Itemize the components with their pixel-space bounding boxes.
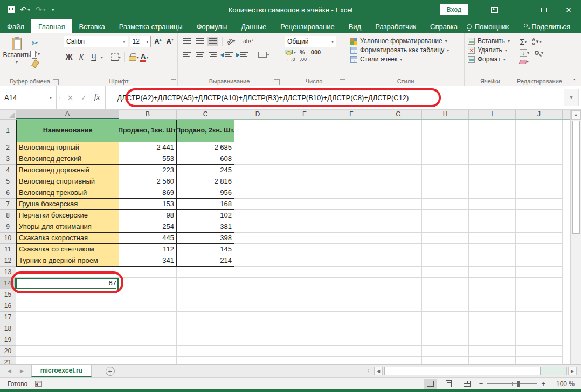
- cell-J3[interactable]: [516, 153, 563, 165]
- cell-I3[interactable]: [469, 153, 516, 165]
- cell-J15[interactable]: [516, 289, 563, 300]
- cell-B13[interactable]: [119, 267, 177, 278]
- maximize-button[interactable]: [531, 0, 556, 19]
- column-header-E[interactable]: E: [281, 110, 328, 119]
- font-color-button[interactable]: А▾: [140, 53, 148, 62]
- row-header-7[interactable]: 7: [0, 199, 16, 210]
- paste-button[interactable]: Вставить ▾: [3, 36, 30, 77]
- cell-E15[interactable]: [281, 289, 328, 300]
- cell-C11[interactable]: 145: [177, 244, 234, 255]
- horizontal-scrollbar[interactable]: [384, 367, 567, 375]
- cell-H18[interactable]: [422, 323, 469, 334]
- decrease-decimal-button[interactable]: ,00→: [299, 57, 314, 62]
- row-header-19[interactable]: 19: [0, 334, 16, 346]
- cell-E9[interactable]: [281, 221, 328, 233]
- cell-J10[interactable]: [516, 233, 563, 244]
- row-header-16[interactable]: 16: [0, 300, 16, 312]
- cell-F2[interactable]: [328, 142, 375, 153]
- cell-A2[interactable]: Велосипед горный: [16, 142, 119, 153]
- insert-function-button[interactable]: fx: [94, 93, 100, 102]
- cell-G14[interactable]: [375, 278, 422, 289]
- font-dialog-launcher[interactable]: [171, 79, 176, 85]
- cell-E20[interactable]: [281, 346, 328, 357]
- cell-B6[interactable]: 869: [119, 187, 177, 199]
- row-header-10[interactable]: 10: [0, 233, 16, 244]
- cell-I19[interactable]: [469, 334, 516, 346]
- cell-A17[interactable]: [16, 312, 119, 323]
- cell-F15[interactable]: [328, 289, 375, 300]
- cell-D11[interactable]: [234, 244, 281, 255]
- cell-F7[interactable]: [328, 199, 375, 210]
- cell-I15[interactable]: [469, 289, 516, 300]
- ribbon-tab-разработчик[interactable]: Разработчик: [368, 19, 423, 33]
- cell-A8[interactable]: Перчатки боксерские: [16, 210, 119, 221]
- delete-cells-button[interactable]: Удалить▾: [468, 46, 514, 54]
- cell-F1[interactable]: [328, 120, 375, 142]
- cell-E12[interactable]: [281, 255, 328, 267]
- cell-E21[interactable]: [281, 357, 328, 364]
- align-center-button[interactable]: [194, 49, 205, 60]
- cell-J6[interactable]: [516, 187, 563, 199]
- autosum-button[interactable]: Σ▾: [520, 37, 527, 46]
- comma-style-button[interactable]: 000: [309, 49, 323, 55]
- column-header-I[interactable]: I: [469, 110, 516, 119]
- cell-J19[interactable]: [516, 334, 563, 346]
- cancel-entry-icon[interactable]: ✕: [67, 94, 73, 102]
- cell-D19[interactable]: [234, 334, 281, 346]
- cell-D17[interactable]: [234, 312, 281, 323]
- cell-I5[interactable]: [469, 176, 516, 187]
- cell-J14[interactable]: [516, 278, 563, 289]
- cut-button[interactable]: [30, 39, 40, 47]
- cell-H8[interactable]: [422, 210, 469, 221]
- row-header-3[interactable]: 3: [0, 153, 16, 165]
- cell-H21[interactable]: [422, 357, 469, 364]
- cell-G11[interactable]: [375, 244, 422, 255]
- cell-G2[interactable]: [375, 142, 422, 153]
- cell-C7[interactable]: 168: [177, 199, 234, 210]
- cell-H15[interactable]: [422, 289, 469, 300]
- cell-A7[interactable]: Груша боксерская: [16, 199, 119, 210]
- cell-C21[interactable]: [177, 357, 234, 364]
- cell-I8[interactable]: [469, 210, 516, 221]
- scroll-up-icon[interactable]: ▲: [571, 110, 581, 120]
- cell-G3[interactable]: [375, 153, 422, 165]
- cell-C17[interactable]: [177, 312, 234, 323]
- cell-A10[interactable]: Скакалка скоростная: [16, 233, 119, 244]
- cell-H12[interactable]: [422, 255, 469, 267]
- cell-A11[interactable]: Скакалка со счетчиком: [16, 244, 119, 255]
- name-box[interactable]: A14▾: [0, 86, 57, 109]
- bold-button[interactable]: Ж: [64, 51, 74, 63]
- cell-B2[interactable]: 2 441: [119, 142, 177, 153]
- cell-C18[interactable]: [177, 323, 234, 334]
- cell-E10[interactable]: [281, 233, 328, 244]
- cell-E5[interactable]: [281, 176, 328, 187]
- zoom-level[interactable]: 100 %: [551, 380, 575, 388]
- cell-B10[interactable]: 445: [119, 233, 177, 244]
- cell-J8[interactable]: [516, 210, 563, 221]
- column-header-C[interactable]: C: [177, 110, 234, 119]
- cell-D4[interactable]: [234, 165, 281, 176]
- sign-in-button[interactable]: Вход: [440, 4, 468, 15]
- previous-sheet-icon[interactable]: ◀: [8, 368, 11, 374]
- cell-G18[interactable]: [375, 323, 422, 334]
- column-header-H[interactable]: H: [422, 110, 469, 119]
- cell-C20[interactable]: [177, 346, 234, 357]
- close-button[interactable]: ✕: [556, 0, 581, 19]
- cell-B5[interactable]: 2 560: [119, 176, 177, 187]
- cell-G4[interactable]: [375, 165, 422, 176]
- cell-A3[interactable]: Велосипед детский: [16, 153, 119, 165]
- column-header-D[interactable]: D: [234, 110, 281, 119]
- copy-button[interactable]: ▾: [30, 51, 40, 57]
- column-header-F[interactable]: F: [328, 110, 375, 119]
- cell-F20[interactable]: [328, 346, 375, 357]
- undo-button[interactable]: ↶▾: [20, 5, 30, 15]
- row-header-4[interactable]: 4: [0, 165, 16, 176]
- cell-F9[interactable]: [328, 221, 375, 233]
- fill-color-button[interactable]: ▾: [129, 53, 139, 61]
- cell-J5[interactable]: [516, 176, 563, 187]
- cell-D20[interactable]: [234, 346, 281, 357]
- row-header-11[interactable]: 11: [0, 244, 16, 255]
- cell-B21[interactable]: [119, 357, 177, 364]
- normal-view-button[interactable]: [424, 379, 437, 389]
- font-name-combo[interactable]: Calibri▾: [64, 36, 128, 47]
